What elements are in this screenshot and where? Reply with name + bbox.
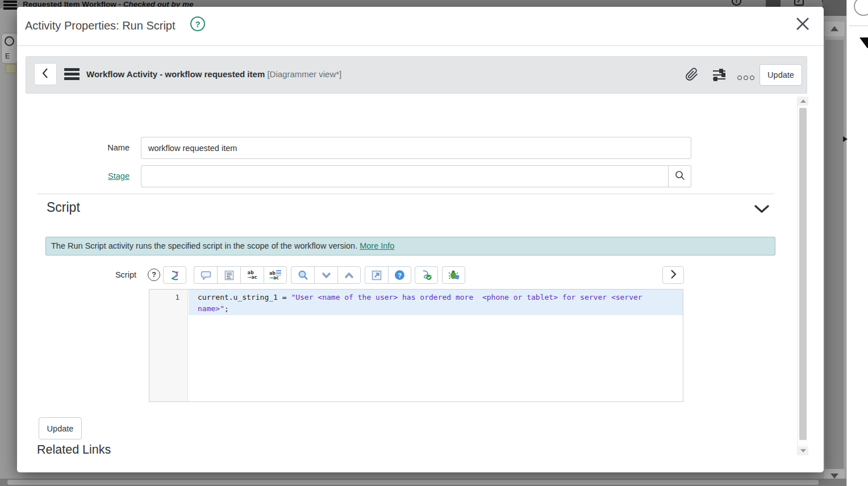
- background-partial-label: E: [5, 52, 10, 60]
- line-number: 1: [175, 293, 180, 301]
- back-button[interactable]: [34, 63, 57, 85]
- editor-help-icon[interactable]: ?: [388, 266, 411, 284]
- script-section-title: Script: [47, 200, 80, 215]
- triangle-up-icon: [800, 99, 806, 103]
- menu-icon[interactable]: [3, 1, 17, 11]
- code-area[interactable]: current.u_string_1 = "User <name of the …: [189, 290, 683, 401]
- find-previous-icon[interactable]: [337, 266, 361, 284]
- syntax-check-icon[interactable]: [415, 266, 438, 284]
- more-info-link[interactable]: More Info: [360, 241, 394, 250]
- background-circle-icon: [5, 36, 14, 46]
- modal-scrollbar-thumb[interactable]: [799, 108, 807, 440]
- info-icon[interactable]: i: [732, 0, 741, 6]
- triangle-down-icon: [800, 449, 806, 453]
- open-in-new-window-icon[interactable]: [365, 266, 388, 284]
- code-plain: current.u_string_1 =: [198, 293, 291, 301]
- screen: Requested Item Workflow - Checked out by…: [0, 0, 868, 486]
- scroll-up-button[interactable]: [824, 22, 845, 36]
- background-horizontal-scrollbar[interactable]: [0, 479, 846, 486]
- form-header-bar: Workflow Activity - workflow requested i…: [26, 56, 807, 94]
- update-button[interactable]: Update: [39, 417, 82, 439]
- header-update-button[interactable]: Update: [760, 64, 802, 86]
- background-right-panel: [846, 0, 868, 486]
- more-actions-icon[interactable]: [737, 72, 756, 82]
- modal-scroll-down-button[interactable]: [798, 446, 808, 455]
- svg-text:?: ?: [398, 272, 402, 279]
- find-toolbar-group: [291, 266, 361, 284]
- help-icon[interactable]: ?: [190, 16, 205, 31]
- scrollbar-thumb[interactable]: [825, 40, 844, 471]
- background-workflow-node: [6, 64, 16, 73]
- triangle-up-icon: [831, 26, 838, 31]
- script-help-icon[interactable]: ?: [148, 269, 160, 281]
- zoom-control-icon[interactable]: [854, 0, 868, 16]
- replace-all-icon[interactable]: ab→ac: [264, 266, 287, 284]
- code-semicolon: ;: [224, 304, 229, 313]
- script-field-label: Script: [91, 266, 136, 284]
- validate-icon[interactable]: ✓: [794, 0, 804, 6]
- banner-message: The Run Script activity runs the specifi…: [51, 241, 360, 250]
- stage-label-link[interactable]: Stage: [108, 171, 130, 181]
- edit-toolbar-group: ab→ac ab→ac: [194, 266, 287, 284]
- paperclip-icon[interactable]: [685, 68, 699, 83]
- editor-gutter: 1: [149, 290, 188, 401]
- script-fields-icon[interactable]: [163, 266, 186, 284]
- form-context-menu-icon[interactable]: [64, 68, 80, 82]
- name-label: Name: [74, 137, 130, 159]
- info-banner: The Run Script activity runs the specifi…: [45, 237, 775, 255]
- script-code-editor[interactable]: 1 current.u_string_1 = "User <name of th…: [149, 289, 683, 402]
- modal-header: Activity Properties: Run Script ?: [17, 7, 824, 46]
- hscrollbar-thumb[interactable]: [7, 480, 819, 485]
- modal-scrollbar[interactable]: [797, 97, 808, 455]
- activity-properties-modal: Activity Properties: Run Script ? Workfl…: [17, 7, 824, 472]
- section-collapse-chevron-icon[interactable]: [754, 204, 770, 216]
- modal-scroll-up-button[interactable]: [798, 97, 808, 106]
- form-record-title: Workflow Activity - workflow requested i…: [86, 69, 341, 79]
- toolbar-expand-icon[interactable]: [662, 266, 684, 284]
- replace-icon[interactable]: ab→ac: [240, 266, 264, 284]
- personalize-form-icon[interactable]: [712, 68, 727, 85]
- name-input[interactable]: [141, 137, 691, 159]
- modal-title: Activity Properties: Run Script: [25, 19, 176, 32]
- debug-icon[interactable]: [442, 266, 465, 284]
- section-divider: [37, 194, 774, 194]
- stage-input[interactable]: [141, 165, 669, 187]
- code-text: current.u_string_1 = "User <name of the …: [189, 290, 649, 315]
- toggle-comment-icon[interactable]: [194, 266, 217, 284]
- background-vertical-scrollbar[interactable]: [823, 16, 846, 486]
- palette-triangle-icon: [859, 37, 868, 48]
- panel-divider: [849, 26, 868, 26]
- close-icon[interactable]: [794, 15, 811, 32]
- resize-arrow-icon: [843, 136, 848, 142]
- background-corner: [823, 0, 846, 16]
- triangle-down-icon: [831, 474, 838, 479]
- window-toolbar-group: ?: [365, 266, 411, 284]
- related-links-title: Related Links: [37, 443, 111, 457]
- stage-lookup-button[interactable]: [669, 165, 691, 187]
- format-code-icon[interactable]: [217, 266, 240, 284]
- find-icon[interactable]: [291, 266, 314, 284]
- form-view-label: [Diagrammer view*]: [267, 69, 341, 79]
- find-next-icon[interactable]: [314, 266, 337, 284]
